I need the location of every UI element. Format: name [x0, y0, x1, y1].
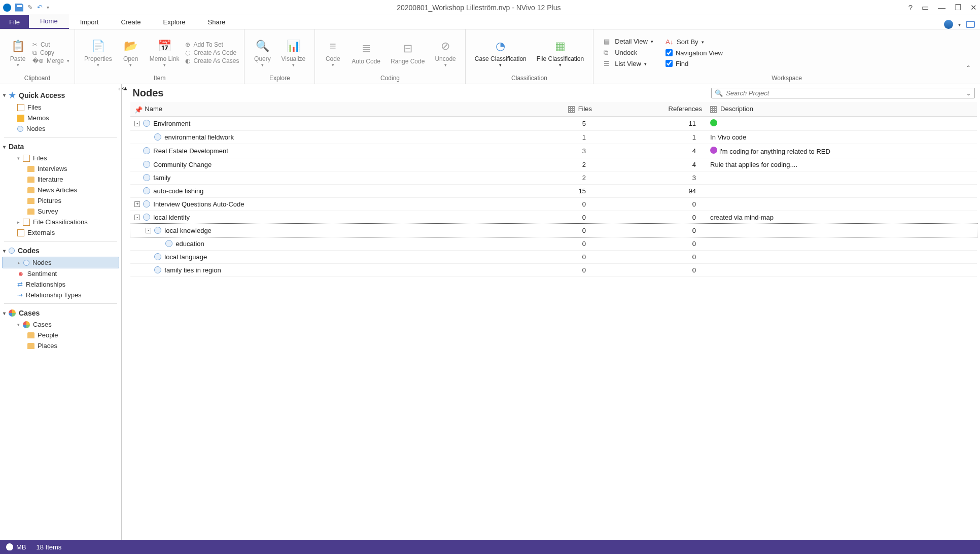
col-name[interactable]: 📌Name: [130, 102, 486, 116]
tab-home[interactable]: Home: [29, 14, 69, 29]
nav-section-data[interactable]: ▾Data: [2, 141, 119, 153]
nav-item-news[interactable]: News Articles: [2, 185, 119, 195]
maximize-icon[interactable]: ❐: [955, 3, 961, 12]
open-button[interactable]: 📂Open▾: [118, 36, 144, 70]
edit-icon[interactable]: ✎: [27, 4, 33, 11]
cell-refs: 11: [596, 116, 706, 130]
file-classification-button[interactable]: ▦File Classification▾: [533, 36, 588, 70]
nav-section-codes[interactable]: ▾Codes: [2, 245, 119, 257]
nav-item-nodes[interactable]: Nodes: [2, 123, 119, 134]
nav-section-quick-access[interactable]: ▾★Quick Access: [2, 88, 119, 102]
code-button[interactable]: ≡Code▾: [320, 36, 345, 70]
collapse-icon[interactable]: -: [146, 228, 151, 233]
nav-item-places[interactable]: Places: [2, 340, 119, 351]
tab-import[interactable]: Import: [69, 15, 110, 29]
nav-item-data-files[interactable]: ▾Files: [2, 153, 119, 163]
sort-by-button[interactable]: A↓Sort By ▾: [666, 38, 723, 46]
table-row[interactable]: local language00: [130, 250, 977, 263]
query-button[interactable]: 🔍Query▾: [250, 36, 275, 70]
table-row[interactable]: auto-code fishing1594: [130, 184, 977, 197]
splitter[interactable]: ‹▴: [122, 84, 127, 540]
globe-icon[interactable]: [944, 20, 953, 29]
scroll-up-icon[interactable]: ▴: [124, 84, 127, 92]
tab-share[interactable]: Share: [197, 15, 237, 29]
range-code-button[interactable]: ⊟Range Code: [387, 39, 429, 67]
table-row[interactable]: Real Estate Development34 I'm coding for…: [130, 144, 977, 158]
table-row[interactable]: +Interview Questions Auto-Code00: [130, 197, 977, 211]
expander-placeholder: [146, 254, 151, 260]
nav-item-sentiment[interactable]: ☻Sentiment: [2, 268, 119, 279]
paste-button[interactable]: 📋Paste▾: [5, 36, 30, 70]
table-row[interactable]: environmental fieldwork11In Vivo code: [130, 130, 977, 144]
cell-files: 0: [486, 237, 596, 250]
undock-button[interactable]: ⧉Undock: [604, 49, 653, 57]
folder-icon: [27, 343, 34, 349]
save-icon[interactable]: [15, 4, 23, 12]
color-dot: [710, 119, 717, 126]
search-input[interactable]: 🔍 Search Project ⌄: [711, 88, 975, 98]
collapse-icon[interactable]: -: [134, 215, 140, 220]
nav-item-pictures[interactable]: Pictures: [2, 195, 119, 206]
cell-desc: In Vivo code: [706, 130, 977, 144]
table-row[interactable]: Community Change24Rule that applies for …: [130, 158, 977, 171]
uncode-button[interactable]: ⊘Uncode▾: [431, 36, 460, 70]
col-desc[interactable]: Description: [706, 102, 977, 116]
nav-item-interviews[interactable]: Interviews: [2, 163, 119, 174]
nav-item-codes-nodes[interactable]: ▸Nodes: [2, 257, 119, 268]
copy-button[interactable]: ⧉Copy: [32, 49, 69, 56]
table-row[interactable]: -local identity00created via mind-map: [130, 211, 977, 224]
merge-button[interactable]: �⊕Merge ▾: [32, 57, 69, 64]
table-row[interactable]: family ties in region00: [130, 263, 977, 276]
nav-section-cases[interactable]: ▾Cases: [2, 307, 119, 319]
merge-icon: �⊕: [32, 57, 44, 64]
nav-item-files[interactable]: Files: [2, 102, 119, 113]
table-row[interactable]: -Environment511: [130, 116, 977, 130]
nav-item-externals[interactable]: Externals: [2, 227, 119, 238]
auto-code-button[interactable]: ≣Auto Code: [347, 39, 384, 67]
list-view-button[interactable]: ☰List View ▾: [604, 60, 653, 68]
col-files[interactable]: Files: [486, 102, 596, 116]
nav-item-file-classifications[interactable]: ▸File Classifications: [2, 217, 119, 227]
cut-button[interactable]: ✂Cut: [32, 41, 69, 48]
nav-item-cases[interactable]: ▾Cases: [2, 319, 119, 330]
expand-icon[interactable]: +: [134, 201, 140, 207]
create-as-cases-button[interactable]: ◐Create As Cases: [185, 57, 239, 64]
detail-view-button[interactable]: ▤Detail View ▾: [604, 38, 653, 46]
search-dropdown-icon[interactable]: ⌄: [966, 89, 971, 97]
case-classification-button[interactable]: ◔Case Classification▾: [471, 36, 531, 70]
nav-item-literature[interactable]: literature: [2, 174, 119, 185]
nav-item-survey[interactable]: Survey: [2, 206, 119, 217]
visualize-button[interactable]: 📊Visualize▾: [277, 36, 309, 70]
undo-icon[interactable]: ↶: [37, 4, 43, 11]
add-to-set-button[interactable]: ⊕Add To Set: [185, 41, 239, 48]
globe-dropdown-icon[interactable]: ▾: [958, 22, 961, 27]
table-row[interactable]: -local knowledge00: [130, 224, 977, 237]
nav-item-relationship-types[interactable]: ⇢Relationship Types: [2, 290, 119, 300]
feedback-icon[interactable]: [966, 21, 975, 28]
properties-button[interactable]: 📄Properties▾: [80, 36, 116, 70]
nav-collapse-icon[interactable]: ‹: [118, 85, 120, 92]
close-icon[interactable]: ✕: [970, 3, 977, 12]
navigation-view-checkbox[interactable]: Navigation View: [666, 49, 723, 57]
collapse-ribbon-icon[interactable]: ⌃: [962, 62, 975, 74]
nav-item-memos[interactable]: Memos: [2, 113, 119, 123]
title-bar: ✎ ↶ ▾ 20200801_Workshop Lilleström.nvp -…: [0, 0, 980, 15]
tab-file[interactable]: File: [0, 15, 29, 29]
cell-desc: Rule that applies for coding....: [706, 158, 977, 171]
nav-item-people[interactable]: People: [2, 330, 119, 340]
find-checkbox[interactable]: Find: [666, 60, 723, 67]
nav-item-relationships[interactable]: ⇄Relationships: [2, 279, 119, 290]
tab-create[interactable]: Create: [110, 15, 152, 29]
node-icon: [143, 147, 150, 154]
create-as-code-button[interactable]: ◌Create As Code: [185, 49, 239, 56]
col-refs[interactable]: References: [596, 102, 706, 116]
table-row[interactable]: family23: [130, 171, 977, 184]
help-icon[interactable]: ?: [908, 3, 913, 12]
table-row[interactable]: education00: [130, 237, 977, 250]
memo-link-button[interactable]: 📅Memo Link▾: [146, 36, 184, 70]
ribbon-options-icon[interactable]: ▭: [922, 3, 929, 12]
cell-refs: 94: [596, 184, 706, 197]
minimize-icon[interactable]: —: [938, 3, 946, 12]
collapse-icon[interactable]: -: [134, 121, 140, 126]
tab-explore[interactable]: Explore: [152, 15, 197, 29]
